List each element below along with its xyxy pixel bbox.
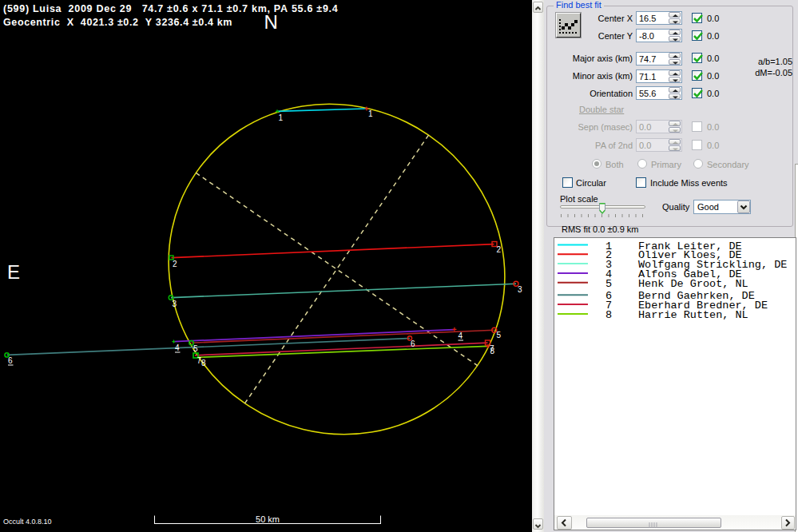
svg-text:2: 2	[173, 260, 177, 268]
svg-text:6: 6	[411, 339, 415, 348]
svg-text:N: N	[264, 11, 278, 33]
svg-text:50 km: 50 km	[256, 514, 280, 524]
svg-text:4: 4	[459, 332, 463, 340]
svg-text:1: 1	[279, 113, 284, 122]
svg-text:8: 8	[201, 359, 206, 367]
svg-text:5: 5	[497, 331, 502, 339]
svg-text:E: E	[7, 261, 20, 283]
svg-text:5: 5	[193, 344, 198, 353]
svg-text:Henk De Groot, NL: Henk De Groot, NL	[638, 278, 748, 290]
svg-text:8: 8	[605, 309, 612, 321]
svg-text:4: 4	[175, 343, 180, 352]
svg-text:Harrie Rutten, NL: Harrie Rutten, NL	[638, 309, 748, 321]
svg-text:3: 3	[518, 285, 522, 294]
svg-text:1: 1	[368, 109, 373, 118]
svg-text:Occult 4.0.8.10: Occult 4.0.8.10	[3, 518, 52, 526]
svg-text:Geocentric X 4021.3 ±0.2 Y: Geocentric X 4021.3 ±0.2 Y 3236.4 ±0.4 k…	[3, 17, 232, 28]
svg-text:3: 3	[173, 300, 177, 308]
svg-text:2: 2	[497, 245, 502, 254]
svg-text:6: 6	[8, 356, 13, 365]
svg-text:(599) Luisa 2009 Dec 29 74.: (599) Luisa 2009 Dec 29 74.7 ±0.6 x 71.1…	[3, 3, 338, 14]
svg-text:5: 5	[605, 278, 612, 290]
svg-text:8: 8	[490, 347, 495, 355]
